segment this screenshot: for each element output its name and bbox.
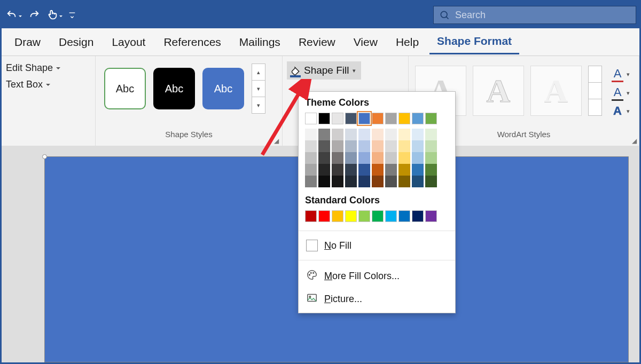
text-outline-button[interactable]: A▾ <box>612 85 630 101</box>
tab-shape-format[interactable]: Shape Format <box>429 29 519 54</box>
theme-tint-swatch[interactable] <box>332 140 343 152</box>
theme-tint-swatch[interactable] <box>385 164 397 176</box>
standard-color-swatch[interactable] <box>345 210 357 222</box>
theme-tint-swatch[interactable] <box>305 129 317 140</box>
touch-mode-button[interactable] <box>45 5 64 25</box>
tab-review[interactable]: Review <box>291 30 343 54</box>
tab-view[interactable]: View <box>346 30 385 54</box>
chevron-down-icon[interactable]: ▾ <box>252 81 265 97</box>
shape-style-thumb-3[interactable]: Abc <box>202 68 244 109</box>
theme-color-swatch[interactable] <box>398 113 410 124</box>
theme-tint-swatch[interactable] <box>398 176 410 187</box>
theme-color-swatch[interactable] <box>305 113 317 124</box>
theme-tint-swatch[interactable] <box>305 140 317 152</box>
edit-shape-button[interactable]: Edit Shape <box>6 62 81 74</box>
theme-color-swatch[interactable] <box>345 113 357 124</box>
tab-draw[interactable]: Draw <box>7 30 48 54</box>
shape-style-thumb-1[interactable]: Abc <box>104 68 146 109</box>
standard-color-swatch[interactable] <box>385 210 397 222</box>
theme-tint-swatch[interactable] <box>358 176 370 187</box>
text-fill-button[interactable]: A▾ <box>612 67 630 82</box>
standard-color-swatch[interactable] <box>318 210 330 222</box>
standard-color-swatch[interactable] <box>398 210 410 222</box>
tab-references[interactable]: References <box>156 30 228 54</box>
tab-design[interactable]: Design <box>51 30 101 54</box>
theme-tint-swatch[interactable] <box>332 152 343 164</box>
theme-tint-swatch[interactable] <box>398 129 410 140</box>
theme-tint-swatch[interactable] <box>425 152 437 164</box>
theme-tint-swatch[interactable] <box>385 176 397 187</box>
undo-button[interactable] <box>5 5 23 25</box>
theme-tint-swatch[interactable] <box>358 140 370 152</box>
theme-tint-swatch[interactable] <box>372 176 384 187</box>
theme-tint-swatch[interactable] <box>332 176 343 187</box>
no-fill-option[interactable]: No Fill <box>299 235 455 256</box>
shape-styles-launcher-icon[interactable]: ◢ <box>274 137 279 145</box>
theme-tint-swatch[interactable] <box>318 140 330 152</box>
shape-fill-button[interactable]: Shape Fill ▾ <box>287 61 361 80</box>
theme-tint-swatch[interactable] <box>345 129 357 140</box>
wordart-launcher-icon[interactable]: ◢ <box>632 137 637 145</box>
theme-tint-swatch[interactable] <box>332 164 343 176</box>
standard-color-swatch[interactable] <box>372 210 384 222</box>
theme-tint-swatch[interactable] <box>358 152 370 164</box>
redo-button[interactable] <box>25 5 43 25</box>
wordart-thumb-3[interactable]: A <box>530 66 582 116</box>
theme-tint-swatch[interactable] <box>318 176 330 187</box>
standard-color-swatch[interactable] <box>332 210 343 222</box>
theme-tint-swatch[interactable] <box>412 164 424 176</box>
search-input[interactable] <box>455 10 630 21</box>
picture-fill-option[interactable]: Picture... <box>299 288 455 311</box>
theme-tint-swatch[interactable] <box>385 152 397 164</box>
theme-tint-swatch[interactable] <box>358 164 370 176</box>
theme-tint-swatch[interactable] <box>425 164 437 176</box>
theme-tint-swatch[interactable] <box>398 152 410 164</box>
theme-tint-swatch[interactable] <box>305 176 317 187</box>
theme-tint-swatch[interactable] <box>372 129 384 140</box>
theme-tint-swatch[interactable] <box>345 176 357 187</box>
resize-handle-nw[interactable] <box>42 154 47 159</box>
theme-tint-swatch[interactable] <box>345 140 357 152</box>
theme-tint-swatch[interactable] <box>305 152 317 164</box>
search-box[interactable] <box>433 6 636 24</box>
theme-tint-swatch[interactable] <box>412 129 424 140</box>
chevron-up-icon[interactable]: ▴ <box>252 64 265 81</box>
theme-tint-swatch[interactable] <box>372 152 384 164</box>
theme-tint-swatch[interactable] <box>412 176 424 187</box>
customize-qat-button[interactable] <box>66 5 79 25</box>
theme-tint-swatch[interactable] <box>385 129 397 140</box>
theme-tint-swatch[interactable] <box>318 164 330 176</box>
more-fill-colors-option[interactable]: More Fill Colors... <box>299 265 455 288</box>
theme-tint-swatch[interactable] <box>318 129 330 140</box>
shape-style-gallery-scroller[interactable]: ▴ ▾ ▾ <box>252 64 265 114</box>
standard-color-swatch[interactable] <box>305 210 317 222</box>
theme-tint-swatch[interactable] <box>398 164 410 176</box>
theme-tint-swatch[interactable] <box>425 176 437 187</box>
standard-color-swatch[interactable] <box>412 210 424 222</box>
theme-tint-swatch[interactable] <box>398 140 410 152</box>
theme-tint-swatch[interactable] <box>385 140 397 152</box>
shape-style-thumb-2[interactable]: Abc <box>153 68 195 109</box>
tab-mailings[interactable]: Mailings <box>232 30 288 54</box>
theme-tint-swatch[interactable] <box>305 164 317 176</box>
theme-tint-swatch[interactable] <box>372 164 384 176</box>
theme-color-swatch[interactable] <box>385 113 397 124</box>
theme-tint-swatch[interactable] <box>412 152 424 164</box>
theme-tint-swatch[interactable] <box>372 140 384 152</box>
theme-color-swatch[interactable] <box>412 113 424 124</box>
standard-color-swatch[interactable] <box>425 210 437 222</box>
theme-tint-swatch[interactable] <box>358 129 370 140</box>
wordart-thumb-2[interactable]: A <box>473 66 524 116</box>
theme-tint-swatch[interactable] <box>345 164 357 176</box>
tab-layout[interactable]: Layout <box>104 30 153 54</box>
theme-tint-swatch[interactable] <box>425 140 437 152</box>
theme-color-swatch[interactable] <box>372 113 384 124</box>
theme-color-swatch[interactable] <box>358 113 370 124</box>
theme-tint-swatch[interactable] <box>425 129 437 140</box>
theme-color-swatch[interactable] <box>332 113 343 124</box>
theme-tint-swatch[interactable] <box>412 140 424 152</box>
standard-color-swatch[interactable] <box>358 210 370 222</box>
wordart-gallery-scroller[interactable] <box>588 66 602 116</box>
theme-tint-swatch[interactable] <box>332 129 343 140</box>
tab-help[interactable]: Help <box>388 30 426 54</box>
